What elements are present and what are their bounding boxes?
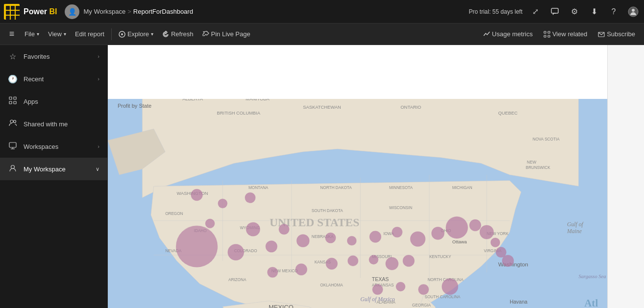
recent-icon: 🕐 [8, 74, 18, 84]
svg-point-100 [369, 255, 378, 264]
sidebar-item-recent-label: Recent [24, 75, 44, 83]
svg-point-82 [176, 226, 217, 267]
breadcrumb-report: ReportForDashboard [133, 8, 193, 15]
svg-text:ARIZONA: ARIZONA [228, 278, 247, 282]
svg-point-98 [326, 258, 337, 269]
svg-text:ALABAMA: ALABAMA [376, 300, 396, 305]
svg-text:BRUNSWICK: BRUNSWICK [526, 166, 551, 170]
svg-rect-11 [14, 97, 16, 99]
file-menu-button[interactable]: File ▾ [21, 28, 43, 40]
user-profile-icon[interactable] [626, 5, 640, 19]
svg-point-87 [347, 236, 356, 245]
sidebar-item-workspaces-label: Workspaces [24, 143, 58, 150]
workspaces-icon [8, 142, 18, 151]
content-area: Profit by State [108, 45, 607, 308]
sidebar-item-shared-label: Shared with me [24, 120, 68, 128]
waffle-menu-icon[interactable] [4, 4, 20, 20]
svg-point-93 [470, 219, 481, 231]
user-avatar[interactable]: 👤 [65, 4, 79, 19]
svg-point-102 [403, 255, 414, 266]
svg-rect-0 [551, 8, 558, 13]
view-menu-button[interactable]: View ▾ [44, 28, 70, 40]
svg-point-80 [246, 222, 260, 236]
report-header [108, 45, 607, 99]
top-right-actions: Pro trial: 55 days left ⤢ ⚙ ⬇ ? [469, 5, 640, 19]
svg-rect-5 [544, 31, 546, 33]
svg-text:TEXAS: TEXAS [372, 276, 389, 282]
app-logo: Power BI [24, 7, 57, 16]
edit-report-button[interactable]: Edit report [71, 28, 108, 40]
subscribe-button[interactable]: Subscribe [593, 28, 640, 40]
svg-point-103 [268, 267, 278, 278]
svg-text:OREGON: OREGON [165, 212, 183, 216]
svg-rect-6 [548, 31, 550, 33]
svg-text:MINNESOTA: MINNESOTA [389, 186, 413, 190]
svg-text:MANITOBA: MANITOBA [246, 99, 270, 101]
svg-point-106 [396, 282, 405, 291]
sidebar-item-recent[interactable]: 🕐 Recent › [0, 68, 107, 90]
svg-text:MONTANA: MONTANA [248, 186, 269, 190]
breadcrumb: My Workspace > ReportForDashboard [83, 8, 193, 15]
sidebar: ☆ Favorites › 🕐 Recent › Apps Shared wit… [0, 45, 108, 308]
settings-icon[interactable]: ⚙ [568, 5, 581, 19]
usage-metrics-button[interactable]: Usage metrics [478, 28, 538, 40]
svg-point-104 [296, 263, 307, 275]
svg-point-94 [480, 225, 494, 239]
svg-point-83 [228, 244, 244, 261]
expand-icon[interactable]: ⤢ [528, 5, 542, 19]
refresh-button[interactable]: Refresh [158, 28, 198, 40]
myworkspace-chevron: ∨ [96, 166, 99, 172]
pin-live-page-button[interactable]: Pin Live Page [198, 28, 254, 40]
svg-point-77 [218, 199, 227, 208]
favorites-chevron: › [98, 53, 99, 59]
svg-text:WISCONSIN: WISCONSIN [389, 206, 412, 210]
main-layout: ☆ Favorites › 🕐 Recent › Apps Shared wit… [0, 45, 644, 308]
svg-point-89 [392, 227, 402, 237]
svg-text:KENTUCKY: KENTUCKY [429, 255, 451, 259]
svg-text:SASKATCHEWAN: SASKATCHEWAN [303, 105, 341, 110]
explore-button[interactable]: Explore ▾ [115, 28, 157, 40]
shared-icon [8, 119, 18, 129]
svg-text:MEXICO: MEXICO [269, 304, 294, 308]
svg-text:ALBERTA: ALBERTA [182, 99, 203, 101]
breadcrumb-workspace[interactable]: My Workspace [83, 8, 125, 15]
svg-text:Ottawa: Ottawa [452, 239, 467, 244]
myworkspace-icon [8, 164, 18, 174]
comment-icon[interactable] [548, 5, 562, 19]
breadcrumb-separator: > [127, 8, 131, 15]
svg-text:NORTH DAKOTA: NORTH DAKOTA [320, 186, 352, 190]
svg-point-81 [279, 224, 289, 235]
download-icon[interactable]: ⬇ [587, 5, 601, 19]
toolbar-right-actions: Usage metrics View related Subscribe [478, 28, 640, 40]
svg-text:Havana: Havana [510, 299, 527, 305]
hamburger-icon[interactable]: ≡ [4, 26, 20, 42]
sidebar-item-myworkspace[interactable]: My Workspace ∨ [0, 158, 107, 180]
svg-point-76 [191, 189, 202, 200]
view-related-button[interactable]: View related [539, 28, 592, 40]
sidebar-item-apps[interactable]: Apps [0, 90, 107, 113]
map-title: Profit by State [118, 103, 151, 109]
sidebar-item-shared[interactable]: Shared with me [0, 113, 107, 135]
svg-rect-12 [9, 101, 12, 104]
svg-text:Gulf of: Gulf of [567, 221, 584, 228]
workspaces-chevron: › [98, 143, 99, 149]
recent-chevron: › [98, 76, 99, 82]
svg-point-84 [266, 241, 277, 252]
svg-text:SOUTH DAKOTA: SOUTH DAKOTA [312, 209, 344, 213]
svg-text:Atl: Atl [584, 297, 598, 308]
help-icon[interactable]: ? [607, 5, 620, 19]
svg-point-88 [370, 231, 381, 242]
svg-rect-10 [9, 97, 12, 99]
svg-point-4 [121, 33, 123, 35]
sidebar-item-workspaces[interactable]: Workspaces › [0, 135, 107, 158]
sidebar-item-favorites[interactable]: ☆ Favorites › [0, 45, 107, 68]
svg-text:ONTARIO: ONTARIO [400, 105, 421, 110]
svg-rect-16 [9, 142, 16, 147]
map-container: Profit by State [108, 99, 607, 308]
svg-point-14 [10, 120, 13, 123]
apps-icon [8, 96, 18, 106]
svg-rect-13 [14, 101, 16, 104]
svg-point-79 [205, 219, 215, 228]
favorites-icon: ☆ [8, 52, 18, 61]
svg-point-2 [632, 9, 635, 12]
